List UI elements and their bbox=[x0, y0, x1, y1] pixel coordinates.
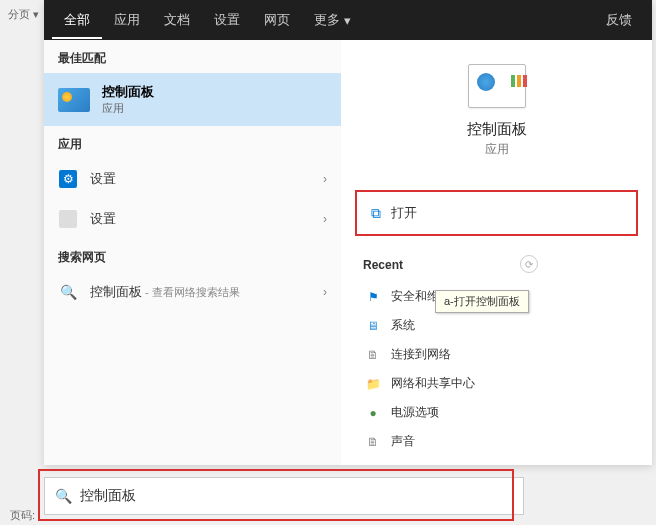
results-right-column: 控制面板 应用 ⧉ 打开 Recent ⚑ 安全和维护 🖥 系统 bbox=[341, 40, 652, 465]
search-icon: 🔍 bbox=[58, 282, 78, 302]
detail-subtitle: 应用 bbox=[485, 141, 509, 158]
tab-all[interactable]: 全部 bbox=[52, 1, 102, 39]
chevron-down-icon: ▾ bbox=[344, 13, 351, 28]
close-circle-icon[interactable]: ⟳ bbox=[520, 255, 538, 273]
tab-apps[interactable]: 应用 bbox=[102, 1, 152, 39]
best-match-label: 最佳匹配 bbox=[44, 40, 341, 73]
recent-item-sound[interactable]: 🗎 声音 bbox=[363, 427, 630, 456]
gear-icon bbox=[59, 210, 77, 228]
recent-item-network-sharing[interactable]: 📁 网络和共享中心 bbox=[363, 369, 630, 398]
best-match-subtitle: 应用 bbox=[102, 101, 154, 116]
doc-icon: 🗎 bbox=[365, 347, 381, 363]
chevron-right-icon: › bbox=[323, 285, 327, 299]
tab-docs[interactable]: 文档 bbox=[152, 1, 202, 39]
recent-item-system[interactable]: 🖥 系统 bbox=[363, 311, 630, 340]
web-section-label: 搜索网页 bbox=[44, 239, 341, 272]
folder-icon: 📁 bbox=[365, 376, 381, 392]
open-action[interactable]: ⧉ 打开 bbox=[355, 190, 638, 236]
search-bar[interactable]: 🔍 bbox=[44, 477, 524, 515]
control-panel-icon bbox=[58, 88, 90, 112]
results-left-column: 最佳匹配 控制面板 应用 应用 ⚙ 设置 › 设置 › 搜索网页 bbox=[44, 40, 341, 465]
best-match-item[interactable]: 控制面板 应用 bbox=[44, 73, 341, 126]
app-item-settings-1[interactable]: ⚙ 设置 › bbox=[44, 159, 341, 199]
search-filter-bar: 全部 应用 文档 设置 网页 更多 ▾ 反馈 bbox=[44, 0, 652, 40]
tab-more[interactable]: 更多 ▾ bbox=[302, 1, 363, 39]
flag-icon: ⚑ bbox=[365, 289, 381, 305]
recent-item-power[interactable]: ● 电源选项 bbox=[363, 398, 630, 427]
search-input[interactable] bbox=[80, 488, 513, 504]
tooltip: a-打开控制面板 bbox=[435, 290, 529, 313]
chevron-right-icon: › bbox=[323, 212, 327, 226]
apps-section-label: 应用 bbox=[44, 126, 341, 159]
detail-title: 控制面板 bbox=[467, 120, 527, 139]
monitor-icon: 🖥 bbox=[365, 318, 381, 334]
recent-item-network-connect[interactable]: 🗎 连接到网络 bbox=[363, 340, 630, 369]
app-item-settings-2[interactable]: 设置 › bbox=[44, 199, 341, 239]
tab-web[interactable]: 网页 bbox=[252, 1, 302, 39]
outer-tab: 分页 ▾ bbox=[0, 5, 47, 24]
doc-icon: 🗎 bbox=[365, 434, 381, 450]
gear-icon: ⚙ bbox=[59, 170, 77, 188]
chevron-right-icon: › bbox=[323, 172, 327, 186]
open-icon: ⧉ bbox=[371, 205, 381, 222]
best-match-title: 控制面板 bbox=[102, 83, 154, 101]
tab-settings[interactable]: 设置 bbox=[202, 1, 252, 39]
footer-page-label: 页码: bbox=[10, 508, 35, 523]
power-icon: ● bbox=[365, 405, 381, 421]
search-icon: 🔍 bbox=[55, 488, 72, 504]
control-panel-large-icon bbox=[468, 64, 526, 108]
search-results-panel: 全部 应用 文档 设置 网页 更多 ▾ 反馈 最佳匹配 控制面板 应用 应用 ⚙ bbox=[44, 0, 652, 465]
recent-label: Recent bbox=[363, 258, 630, 272]
web-search-item[interactable]: 🔍 控制面板 - 查看网络搜索结果 › bbox=[44, 272, 341, 312]
feedback-link[interactable]: 反馈 bbox=[594, 1, 644, 39]
